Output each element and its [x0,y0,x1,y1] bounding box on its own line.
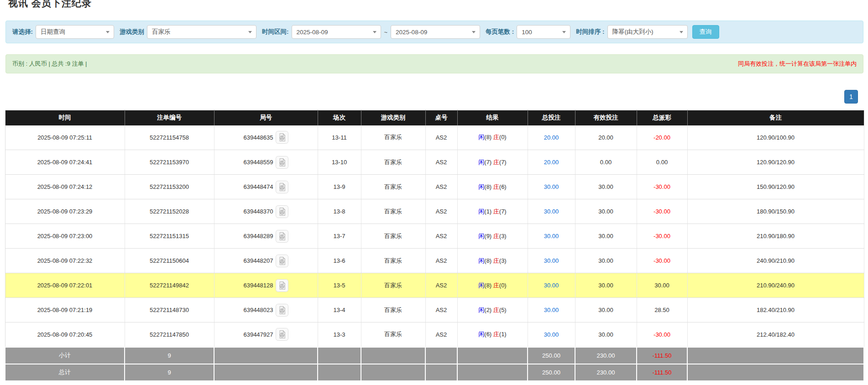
pagination: 1 [0,90,858,104]
banker-label: 庄 [493,233,499,239]
round-id-text: 639447927 [243,331,273,338]
video-replay-button[interactable] [276,304,288,317]
bet-records-table-wrap: 时间注单编号局号场次游戏类别桌号结果总投注有效投注总派彩备注 2025-08-0… [5,110,863,381]
table-head-row: 时间注单编号局号场次游戏类别桌号结果总投注有效投注总派彩备注 [5,110,864,125]
chevron-down-icon [373,31,376,33]
total-bet-link[interactable]: 30.00 [544,257,559,264]
summary-bar: 币别 : 人民币 | 总共 :9 注单 | 同局有效投注，统一计算在该局第一张注… [5,54,863,73]
total-row-cell: 总计 [5,364,125,381]
video-replay-button[interactable] [276,279,288,292]
page-size-label: 每页笔数 : [486,28,514,36]
total-bet-link[interactable]: 30.00 [544,331,559,338]
game-type-select[interactable]: 百家乐 [147,25,256,39]
cell-bet-id: 522721151315 [125,224,214,249]
cell-remark: 120.90/100.90 [687,125,864,150]
total-bet-link[interactable]: 30.00 [544,208,559,215]
player-label: 闲 [478,134,484,140]
subtotal-row: 小计9250.00230.00-111.50 [5,347,864,364]
column-header: 结果 [457,110,528,125]
cell-game-type: 百家乐 [361,298,425,323]
player-value: (8) [484,183,493,190]
banker-value: (5) [499,307,507,313]
subtotal-row-cell [214,347,318,364]
video-replay-button[interactable] [276,230,288,243]
banker-value: (3) [499,233,507,239]
cell-session: 13-4 [318,298,361,323]
total-bet-link[interactable]: 20.00 [544,134,559,141]
date-to-input[interactable]: 2025-08-09 [391,25,480,39]
player-label: 闲 [478,257,484,264]
total-row-cell [457,364,528,381]
player-label: 闲 [478,208,484,215]
round-id-wrap: 639448128 [215,279,317,292]
cell-time: 2025-08-09 07:21:19 [5,298,125,323]
date-from-input[interactable]: 2025-08-09 [292,25,381,39]
cell-game-type: 百家乐 [361,199,425,224]
banker-label: 庄 [493,307,499,313]
round-id-text: 639448289 [243,233,273,239]
video-replay-icon[interactable] [276,181,288,193]
video-replay-button[interactable] [276,181,288,193]
video-replay-icon[interactable] [276,328,288,341]
chevron-down-icon [562,31,566,33]
cell-result: 闲(1) 庄(7) [457,199,528,224]
total-row-cell [425,364,457,381]
cell-valid-bet: 30.00 [575,199,637,224]
table-row: 2025-08-09 07:24:41522721153970639448559… [5,150,864,175]
round-id-text: 639448128 [243,282,273,289]
cell-bet-id: 522721152028 [125,199,214,224]
valid-bet-note: 同局有效投注，统一计算在该局第一张注单内 [738,60,857,68]
cell-bet-id: 522721154758 [125,125,214,150]
total-bet-link[interactable]: 30.00 [544,183,559,190]
total-bet-link[interactable]: 30.00 [544,307,559,313]
cell-time: 2025-08-09 07:24:12 [5,175,125,199]
chevron-down-icon [680,31,683,33]
page-size-select[interactable]: 100 [517,25,570,39]
video-replay-icon[interactable] [276,230,288,243]
cell-total-bet: 30.00 [528,323,575,347]
round-id-wrap: 639448635 [215,131,317,144]
subtotal-row-cell [425,347,457,364]
cell-remark: 120.90/120.90 [687,150,864,175]
page-size-value: 100 [522,29,532,36]
cell-result: 闲(8) 庄(3) [457,249,528,273]
video-replay-button[interactable] [276,255,288,267]
video-replay-button[interactable] [276,328,288,341]
cell-round-id: 639448635 [214,125,318,150]
query-type-select[interactable]: 日期查询 [36,25,114,39]
banker-value: (7) [499,159,507,166]
round-id-wrap: 639448559 [215,156,317,169]
total-row: 总计9250.00230.00-111.50 [5,364,864,381]
time-sort-select[interactable]: 降幂(由大到小) [607,25,688,39]
cell-valid-bet: 0.00 [575,150,637,175]
total-bet-link[interactable]: 30.00 [544,282,559,289]
video-replay-icon[interactable] [276,131,288,144]
video-replay-icon[interactable] [276,156,288,169]
banker-label: 庄 [493,134,499,140]
total-bet-link[interactable]: 20.00 [544,159,559,166]
search-button[interactable]: 查询 [692,25,719,39]
video-replay-button[interactable] [276,205,288,218]
cell-table-no: AS2 [425,273,457,298]
player-label: 闲 [478,183,484,190]
video-replay-icon[interactable] [276,304,288,317]
cell-valid-bet: 30.00 [575,298,637,323]
banker-value: (0) [499,134,507,140]
cell-game-type: 百家乐 [361,125,425,150]
round-id-text: 639448474 [243,183,273,190]
total-bet-link[interactable]: 30.00 [544,233,559,239]
subtotal-row-cell [687,347,864,364]
subtotal-row-cell [457,347,528,364]
cell-total-bet: 30.00 [528,298,575,323]
video-replay-icon[interactable] [276,205,288,218]
column-header: 桌号 [425,110,457,125]
video-replay-icon[interactable] [276,255,288,267]
cell-bet-id: 522721153970 [125,150,214,175]
cell-valid-bet: 30.00 [575,175,637,199]
total-row-cell: 9 [125,364,214,381]
video-replay-icon[interactable] [276,279,288,292]
video-replay-button[interactable] [276,131,288,144]
video-replay-button[interactable] [276,156,288,169]
page-button-1[interactable]: 1 [844,90,858,104]
player-value: (2) [484,307,493,313]
